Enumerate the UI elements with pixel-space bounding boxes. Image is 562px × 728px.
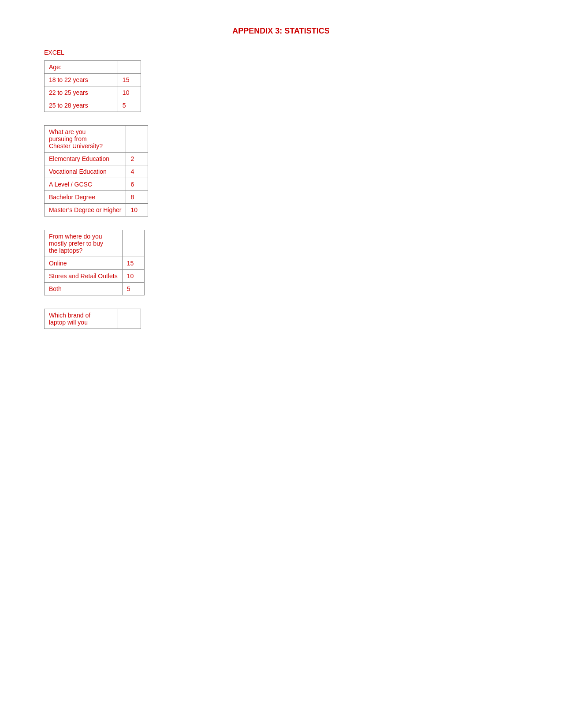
- table-row: 25 to 28 years 5: [45, 99, 141, 112]
- edu-row-2-value: 4: [126, 165, 148, 178]
- purchase-row-1-value: 15: [122, 257, 144, 270]
- edu-row-3-label: A Level / GCSC: [45, 178, 126, 191]
- edu-row-4-value: 8: [126, 191, 148, 204]
- age-header: Age:: [45, 61, 118, 74]
- table-header-row: Age:: [45, 61, 141, 74]
- edu-row-1-label: Elementary Education: [45, 153, 126, 165]
- education-header-value: [126, 126, 148, 153]
- purchase-header-value: [122, 230, 144, 257]
- brand-header: Which brand of laptop will you: [45, 309, 118, 329]
- purchase-row-2-value: 10: [122, 270, 144, 283]
- education-table: What are you pursuing from Chester Unive…: [44, 125, 148, 217]
- age-row-2-value: 10: [118, 86, 141, 99]
- purchase-table: From where do you mostly prefer to buy t…: [44, 230, 145, 295]
- purchase-row-1-label: Online: [45, 257, 123, 270]
- age-table: Age: 18 to 22 years 15 22 to 25 years 10…: [44, 60, 141, 112]
- table-header-row: From where do you mostly prefer to buy t…: [45, 230, 145, 257]
- purchase-row-3-value: 5: [122, 283, 144, 295]
- table-row: Bachelor Degree 8: [45, 191, 148, 204]
- edu-row-2-label: Vocational Education: [45, 165, 126, 178]
- table-row: Elementary Education 2: [45, 153, 148, 165]
- table-row: Stores and Retail Outlets 10: [45, 270, 145, 283]
- purchase-row-2-label: Stores and Retail Outlets: [45, 270, 123, 283]
- education-header: What are you pursuing from Chester Unive…: [45, 126, 126, 153]
- brand-header-value: [118, 309, 141, 329]
- table-header-row: What are you pursuing from Chester Unive…: [45, 126, 148, 153]
- table-row: 18 to 22 years 15: [45, 74, 141, 86]
- page-title: APPENDIX 3: STATISTICS: [44, 26, 518, 36]
- edu-row-4-label: Bachelor Degree: [45, 191, 126, 204]
- age-row-3-label: 25 to 28 years: [45, 99, 118, 112]
- age-row-2-label: 22 to 25 years: [45, 86, 118, 99]
- brand-table: Which brand of laptop will you: [44, 309, 141, 329]
- table-row: Master’s Degree or Higher 10: [45, 204, 148, 217]
- table-row: A Level / GCSC 6: [45, 178, 148, 191]
- age-row-1-value: 15: [118, 74, 141, 86]
- table-row: Both 5: [45, 283, 145, 295]
- purchase-row-3-label: Both: [45, 283, 123, 295]
- table-row: Online 15: [45, 257, 145, 270]
- table-row: Vocational Education 4: [45, 165, 148, 178]
- edu-row-5-label: Master’s Degree or Higher: [45, 204, 126, 217]
- edu-row-5-value: 10: [126, 204, 148, 217]
- age-header-value: [118, 61, 141, 74]
- edu-row-3-value: 6: [126, 178, 148, 191]
- table-header-row: Which brand of laptop will you: [45, 309, 141, 329]
- age-row-3-value: 5: [118, 99, 141, 112]
- excel-label: EXCEL: [44, 49, 518, 56]
- table-row: 22 to 25 years 10: [45, 86, 141, 99]
- purchase-header: From where do you mostly prefer to buy t…: [45, 230, 123, 257]
- edu-row-1-value: 2: [126, 153, 148, 165]
- age-row-1-label: 18 to 22 years: [45, 74, 118, 86]
